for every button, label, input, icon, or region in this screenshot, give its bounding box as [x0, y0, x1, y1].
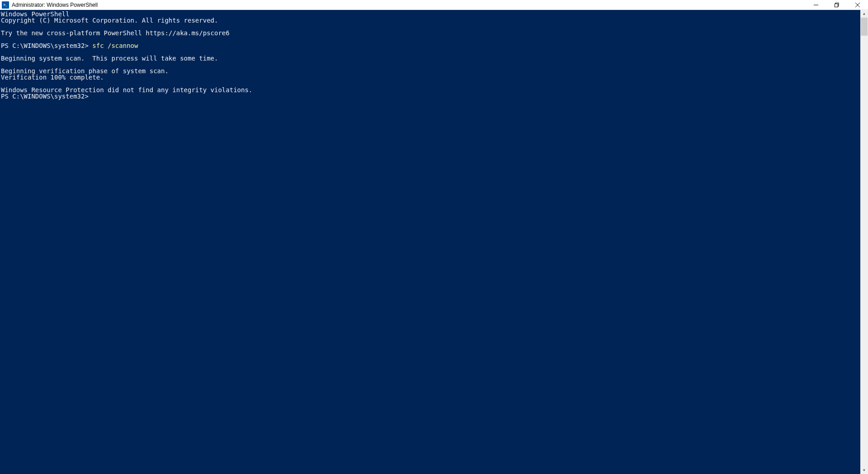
- powershell-icon: [2, 1, 9, 9]
- powershell-window: Administrator: Windows PowerShell Window…: [0, 0, 868, 474]
- minimize-button[interactable]: [806, 0, 826, 9]
- minimize-icon: [814, 3, 818, 7]
- close-button[interactable]: [847, 0, 868, 9]
- svg-rect-2: [835, 4, 838, 7]
- terminal-content[interactable]: Windows PowerShell Copyright (C) Microso…: [0, 10, 860, 474]
- title-bar[interactable]: Administrator: Windows PowerShell: [0, 0, 868, 10]
- window-controls: [806, 0, 868, 9]
- terminal-area[interactable]: Windows PowerShell Copyright (C) Microso…: [0, 10, 868, 474]
- scrollbar[interactable]: ▲ ▼: [860, 10, 868, 474]
- maximize-icon: [835, 3, 839, 7]
- maximize-button[interactable]: [826, 0, 847, 9]
- scroll-thumb[interactable]: [861, 18, 868, 36]
- close-icon: [855, 3, 860, 7]
- window-title: Administrator: Windows PowerShell: [12, 2, 98, 8]
- title-left: Administrator: Windows PowerShell: [2, 1, 98, 9]
- scroll-down-button[interactable]: ▼: [860, 466, 868, 474]
- scroll-up-button[interactable]: ▲: [860, 10, 868, 18]
